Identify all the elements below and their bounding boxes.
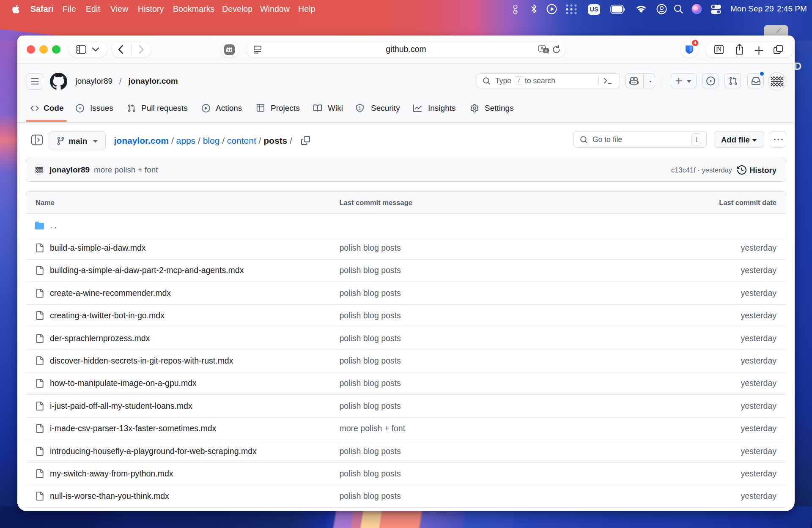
svg-text:✕: ✕ — [544, 49, 547, 53]
